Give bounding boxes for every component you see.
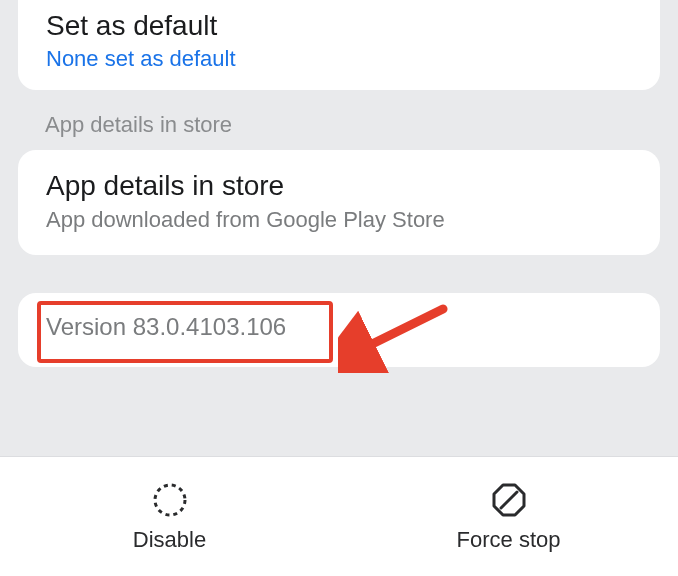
disable-label: Disable [133,527,206,553]
version-row: Version 83.0.4103.106 [18,293,660,367]
set-as-default-title: Set as default [46,8,632,44]
set-as-default-status: None set as default [46,46,632,72]
svg-point-2 [155,485,185,515]
set-as-default-row[interactable]: Set as default None set as default [18,0,660,90]
disable-icon [151,481,189,519]
force-stop-label: Force stop [457,527,561,553]
disable-button[interactable]: Disable [0,457,339,576]
app-details-section-header: App details in store [45,112,633,138]
app-details-title: App details in store [46,168,632,204]
app-details-subtitle: App downloaded from Google Play Store [46,207,632,233]
version-text: Version 83.0.4103.106 [46,313,632,341]
force-stop-button[interactable]: Force stop [339,457,678,576]
app-details-row[interactable]: App details in store App downloaded from… [18,150,660,254]
force-stop-icon [490,481,528,519]
bottom-action-bar: Disable Force stop [0,456,678,576]
svg-line-4 [501,492,517,508]
